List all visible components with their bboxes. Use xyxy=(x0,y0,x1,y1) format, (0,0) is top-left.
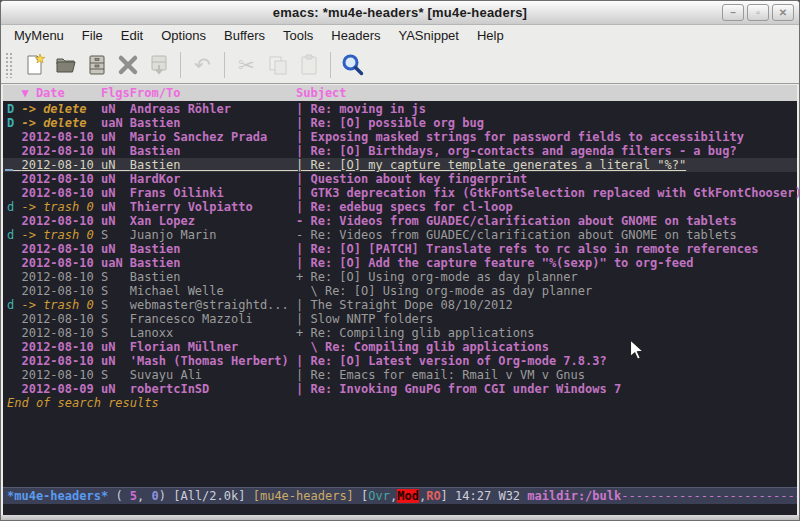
toolbar-separator xyxy=(180,52,181,78)
message-row[interactable]: 2012-08-10 uaN Bastien | Re: [O] Add the… xyxy=(3,256,797,270)
open-folder-icon[interactable] xyxy=(50,49,81,80)
empty-buffer-space xyxy=(3,410,797,487)
col-from: Lanoxx xyxy=(130,326,296,340)
col-subj: | Re: [O] my capture template generates … xyxy=(296,158,686,172)
message-row[interactable]: 2012-08-10 uN 'Mash (Thomas Herbert) | R… xyxy=(3,354,797,368)
col-mark: d xyxy=(7,200,21,214)
col-subj: | Re: [O] possible org bug xyxy=(296,116,484,130)
col-subj: | Re: [O] Latest version of Org-mode 7.8… xyxy=(296,354,607,368)
delete-x-icon[interactable] xyxy=(112,49,143,80)
col-mark xyxy=(7,340,21,354)
message-row[interactable]: 2012-08-10 uN HardKor | Question about k… xyxy=(3,172,797,186)
message-list: D -> delete uN Andreas Röhler | Re: movi… xyxy=(3,101,797,396)
save-as-icon xyxy=(143,49,174,80)
message-row[interactable]: 2012-08-10 uN Bastien | Re: [O] [PATCH] … xyxy=(3,242,797,256)
minibuffer[interactable] xyxy=(3,504,797,515)
col-mark xyxy=(7,144,21,158)
undo-icon: ↶ xyxy=(187,49,218,80)
message-row[interactable]: 2012-08-10 uN Bastien | Re: [O] Birthday… xyxy=(3,144,797,158)
message-row[interactable]: D -> delete uN Andreas Röhler | Re: movi… xyxy=(3,102,797,116)
mode-line[interactable]: *mu4e-headers* ( 5, 0) [All/2.0k] [mu4e-… xyxy=(3,487,797,504)
message-row[interactable]: 2012-08-09 uN robertcInSD | Re: Invoking… xyxy=(3,382,797,396)
col-from: Florian Müllner xyxy=(130,340,296,354)
col-flags: S xyxy=(101,312,130,326)
col-flags: uaN xyxy=(101,116,130,130)
col-flags: uN xyxy=(101,200,130,214)
message-row[interactable]: 2012-08-10 S Suvayu Ali | Re: Emacs for … xyxy=(3,368,797,382)
col-flags: S xyxy=(101,228,130,242)
col-mark xyxy=(7,256,21,270)
col-from: webmaster@straightd... xyxy=(130,298,296,312)
menu-buffers[interactable]: Buffers xyxy=(215,26,274,45)
col-from: HardKor xyxy=(130,172,296,186)
headers-sort-line[interactable]: ▼ Date FlgsFrom/To Subject xyxy=(3,85,797,101)
col-from: 'Mash (Thomas Herbert) xyxy=(130,354,296,368)
col-mark: d xyxy=(7,298,21,312)
col-subj: | Re: Emacs for email: Rmail v VM v Gnus xyxy=(296,368,585,382)
col-subj: | Re: Invoking GnuPG from CGI under Wind… xyxy=(296,382,621,396)
col-mark xyxy=(7,382,21,396)
menu-mymenu[interactable]: MyMenu xyxy=(5,26,73,45)
col-subj: | The Straight Dope 08/10/2012 xyxy=(296,298,513,312)
menu-help[interactable]: Help xyxy=(468,26,513,45)
message-row[interactable]: 2012-08-10 uN Mario Sanchez Prada | Expo… xyxy=(3,130,797,144)
close-button[interactable]: ✕ xyxy=(772,4,794,21)
col-from: robertcInSD xyxy=(130,382,296,396)
menu-options[interactable]: Options xyxy=(152,26,215,45)
message-row[interactable]: 2012-08-10 S Francesco Mazzoli | Slow NN… xyxy=(3,312,797,326)
toolbar-separator xyxy=(224,52,225,78)
maximize-button[interactable]: ▫ xyxy=(747,4,769,21)
col-date: 2012-08-10 xyxy=(21,368,100,382)
new-file-icon[interactable] xyxy=(19,49,50,80)
menu-yasnippet[interactable]: YASnippet xyxy=(389,26,467,45)
modeline-segment-plain: ] xyxy=(441,489,455,503)
col-from: Bastien xyxy=(130,270,296,284)
menu-tools[interactable]: Tools xyxy=(274,26,322,45)
modeline-segment-count-a: 5 xyxy=(130,489,137,503)
col-flags: uN xyxy=(101,130,130,144)
message-row[interactable]: 2012-08-10 uN Frans Oilinki | GTK3 depre… xyxy=(3,186,797,200)
col-date: 2012-08-10 xyxy=(21,158,100,172)
col-from: Bastien xyxy=(130,158,296,172)
col-mark: D xyxy=(7,102,21,116)
minimize-button[interactable]: – xyxy=(722,4,744,21)
message-row[interactable]: d -> trash 0 S Juanjo Marin - Re: Videos… xyxy=(3,228,797,242)
col-date: -> delete xyxy=(21,102,100,116)
title-bar[interactable]: emacs: *mu4e-headers* [mu4e-headers] –▫✕ xyxy=(1,1,799,25)
menu-headers[interactable]: Headers xyxy=(322,26,389,45)
message-row[interactable]: 2012-08-10 S Bastien + Re: [O] Using org… xyxy=(3,270,797,284)
modeline-segment-plain: ) xyxy=(159,489,173,503)
menu-bar: MyMenuFileEditOptionsBuffersToolsHeaders… xyxy=(1,25,799,46)
message-row[interactable]: 2012-08-10 uN Florian Müllner \ Re: Comp… xyxy=(3,340,797,354)
window-controls: –▫✕ xyxy=(722,4,794,21)
col-subj: | Re: [O] Add the capture feature "%(sex… xyxy=(296,256,693,270)
col-date: -> trash 0 xyxy=(21,200,100,214)
menu-edit[interactable]: Edit xyxy=(112,26,152,45)
col-from: Bastien xyxy=(130,144,296,158)
toolbar-grip-handle[interactable] xyxy=(5,52,14,78)
col-from: Suvayu Ali xyxy=(130,368,296,382)
col-from: Andreas Röhler xyxy=(130,102,296,116)
window-frame-bottom xyxy=(1,515,799,520)
col-flags: S xyxy=(101,368,130,382)
col-mark xyxy=(7,172,21,186)
modeline-segment-plain: , xyxy=(137,489,151,503)
col-mark xyxy=(7,186,21,200)
toolbar-separator xyxy=(330,52,331,78)
message-row[interactable]: 2012-08-10 S Michael Welle \ Re: [O] Usi… xyxy=(3,284,797,298)
message-row[interactable]: d -> trash 0 uN Thierry Volpiatto | Re: … xyxy=(3,200,797,214)
search-icon[interactable] xyxy=(337,49,368,80)
save-icon[interactable] xyxy=(81,49,112,80)
message-row[interactable]: 2012-08-10 uN Xan Lopez - Re: Videos fro… xyxy=(3,214,797,228)
message-row[interactable]: D -> delete uaN Bastien | Re: [O] possib… xyxy=(3,116,797,130)
col-mark xyxy=(7,326,21,340)
message-row[interactable]: 2012-08-10 uN Bastien | Re: [O] my captu… xyxy=(3,158,797,172)
message-row[interactable]: 2012-08-10 S Lanoxx + Re: Compiling glib… xyxy=(3,326,797,340)
menu-file[interactable]: File xyxy=(73,26,112,45)
col-date: 2012-08-10 xyxy=(21,312,100,326)
col-subj: \ Re: Compiling glib applications xyxy=(296,340,549,354)
col-subj: \ Re: [O] Using org-mode as day planner xyxy=(296,284,592,298)
col-subj: | Exposing masked strings for password f… xyxy=(296,130,744,144)
message-row[interactable]: d -> trash 0 S webmaster@straightd... | … xyxy=(3,298,797,312)
col-date: -> delete xyxy=(21,116,100,130)
